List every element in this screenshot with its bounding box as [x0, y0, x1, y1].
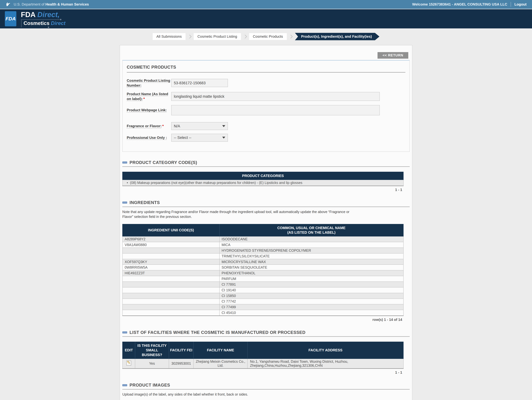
- gov-topbar: U.S. Department of Health & Human Servic…: [0, 0, 532, 9]
- section-rule: [122, 336, 410, 337]
- app-subtitle: Cosmetics Direct: [21, 20, 65, 27]
- professional-use-select[interactable]: -- Select --: [171, 134, 228, 142]
- small-business-value: Yes: [135, 359, 169, 368]
- table-row: XOF597Q3KYMICROCRYSTALLINE WAX: [122, 259, 403, 265]
- dept-label: U.S. Department of Health & Human Servic…: [14, 2, 89, 6]
- facilities-section: LIST OF FACILITIES WHERE THE COSMETIC IS…: [122, 330, 410, 374]
- collapse-section-icon[interactable]: [122, 161, 127, 164]
- form-heading: COSMETIC PRODUCTS: [127, 65, 405, 70]
- table-row: CI 15850: [122, 293, 403, 299]
- cosmetic-products-form: COSMETIC PRODUCTS Cosmetic Product Listi…: [122, 60, 410, 152]
- collapse-section-icon[interactable]: [122, 384, 127, 386]
- product-name-field-row: Product Name (As listed on label):*: [127, 92, 405, 101]
- app-title-block: FDA Direct, Cosmetics Direct: [21, 10, 65, 27]
- app-title: FDA Direct,: [21, 10, 60, 20]
- facility-name-header: FACILITY NAME: [194, 342, 247, 359]
- pencil-icon: ✎: [127, 360, 131, 365]
- heading-rule: [127, 72, 405, 73]
- table-row: •(08) Makeup preparations (not eye)(othe…: [122, 180, 403, 186]
- webpage-link-label: Product Webpage Link:: [127, 108, 171, 113]
- product-images-section: PRODUCT IMAGES Upload image(s) of the la…: [122, 383, 410, 400]
- chevron-right-icon: [289, 35, 293, 39]
- chevron-down-icon: [222, 137, 225, 139]
- facilities-title: LIST OF FACILITIES WHERE THE COSMETIC IS…: [130, 330, 305, 335]
- webpage-link-field-row: Product Webpage Link:: [127, 105, 405, 115]
- welcome-text: Welcome 15267383641 - ANGEL CONSULTING U…: [412, 2, 507, 6]
- table-row: CI 77742: [122, 299, 403, 304]
- table-row: CI 77891: [122, 282, 403, 287]
- section-rule: [122, 166, 410, 167]
- professional-use-select-value: -- Select --: [174, 135, 191, 140]
- table-row: CI 45410: [122, 310, 403, 316]
- topbar-divider: [511, 2, 511, 7]
- hhs-eagle-icon: [5, 1, 11, 7]
- ingredients-title: INGREDIENTS: [130, 200, 160, 205]
- breadcrumb-current-page[interactable]: Product(s), Ingredient(s), and Facility(…: [295, 33, 380, 40]
- breadcrumb-cosmetic-product-listing[interactable]: Cosmetic Product Listing: [194, 33, 241, 40]
- facilities-pagination: 1 - 1: [122, 370, 402, 374]
- chemical-name-header: COMMON, USUAL OR CHEMICAL NAME (AS LISTE…: [219, 224, 403, 236]
- product-images-title: PRODUCT IMAGES: [130, 383, 170, 388]
- professional-use-label: Professional Use Only :: [127, 135, 171, 140]
- ingredients-note: Note that any update regarding Fragrance…: [122, 209, 355, 219]
- bullet-icon: •: [127, 181, 128, 185]
- facility-name-value: Zhejiang Meixin Cosmetics Co., Ltd.: [194, 359, 247, 368]
- facility-address-value: No.1, Yangshanwu Road, Daixi Town, Wuxin…: [247, 359, 403, 368]
- fda-logo[interactable]: FDA: [5, 11, 17, 26]
- required-asterisk: *: [143, 97, 145, 101]
- ingredients-table: INGREDIENT UNII CODE(S) COMMON, USUAL OR…: [122, 224, 404, 316]
- fragrance-select-value: N/A: [174, 124, 180, 128]
- small-business-header: IS THIS FACILITY SMALL BUSINESS?: [135, 342, 169, 359]
- facility-address-header: FACILITY ADDRESS: [247, 342, 403, 359]
- brand-band: FDA FDA Direct, Cosmetics Direct: [0, 9, 532, 28]
- webpage-link-input[interactable]: [171, 105, 380, 115]
- ingredients-pagination: row(s) 1 - 14 of 14: [122, 318, 402, 322]
- category-item: (08) Makeup preparations (not eye)(other…: [130, 181, 302, 185]
- facility-fei-value: 3029953001: [169, 359, 194, 368]
- product-images-note: Upload image(s) of the label, any sides …: [122, 392, 355, 397]
- categories-header: PRODUCT CATEGORIES: [122, 172, 403, 180]
- table-row: 0W8RRI5W5ASORBITAN SESQUIOLEATE: [122, 265, 403, 270]
- section-rule: [122, 206, 410, 207]
- breadcrumb-cosmetic-products[interactable]: Cosmetic Products: [249, 33, 287, 40]
- breadcrumb: All Submissions Cosmetic Product Listing…: [0, 28, 532, 40]
- category-codes-title: PRODUCT CATEGORY CODE(S): [130, 160, 197, 165]
- collapse-section-icon[interactable]: [122, 331, 127, 334]
- listing-number-field-row: Cosmetic Product Listing Number:: [127, 78, 405, 88]
- chevron-right-icon: [243, 35, 247, 39]
- breadcrumb-all-submissions[interactable]: All Submissions: [153, 33, 185, 40]
- product-name-label: Product Name (As listed on label):*: [127, 92, 171, 101]
- table-row: A8289P68Y2ISODODECANE: [122, 236, 403, 242]
- table-row: HIE492ZZ3TPHENOXYETHANOL: [122, 270, 403, 276]
- product-name-input[interactable]: [171, 92, 380, 101]
- listing-number-label: Cosmetic Product Listing Number:: [127, 78, 171, 88]
- fragrance-field-row: Fragrance or Flavor:* N/A: [127, 122, 405, 130]
- required-asterisk: *: [162, 124, 164, 128]
- facilities-table: EDIT IS THIS FACILITY SMALL BUSINESS? FA…: [122, 342, 404, 369]
- table-row: PARFUM: [122, 276, 403, 282]
- chevron-right-icon: [188, 35, 191, 39]
- table-row: HYDROGENATED STYRENE/ISOPRENE COPOLYMER: [122, 248, 403, 253]
- professional-use-field-row: Professional Use Only : -- Select --: [127, 134, 405, 142]
- collapse-section-icon[interactable]: [122, 201, 127, 204]
- edit-facility-button[interactable]: ✎: [126, 361, 131, 366]
- listing-number-input[interactable]: [171, 79, 228, 87]
- ingredients-section: INGREDIENTS Note that any update regardi…: [122, 200, 410, 322]
- fragrance-select[interactable]: N/A: [171, 122, 228, 130]
- edit-header: EDIT: [122, 342, 135, 359]
- product-categories-table: PRODUCT CATEGORIES •(08) Makeup preparat…: [122, 172, 404, 186]
- chevron-down-icon: [222, 125, 225, 127]
- table-row: ✎ Yes 3029953001 Zhejiang Meixin Cosmeti…: [122, 359, 403, 368]
- facility-fei-header: FACILITY FEI: [169, 342, 194, 359]
- categories-pagination: 1 - 1: [122, 188, 402, 192]
- table-row: CI 77499: [122, 304, 403, 310]
- table-row: CI 19140: [122, 287, 403, 293]
- unii-code-header: INGREDIENT UNII CODE(S): [122, 224, 219, 236]
- table-row: TRIMETHYLSILOXYSILICATE: [122, 253, 403, 259]
- logout-link[interactable]: Logout: [514, 2, 527, 6]
- main-panel: << RETURN COSMETIC PRODUCTS Cosmetic Pro…: [120, 45, 412, 400]
- table-row: V8A1AW0880MICA: [122, 242, 403, 248]
- fragrance-label: Fragrance or Flavor:*: [127, 124, 171, 129]
- return-button[interactable]: << RETURN: [378, 52, 408, 59]
- section-rule: [122, 389, 410, 390]
